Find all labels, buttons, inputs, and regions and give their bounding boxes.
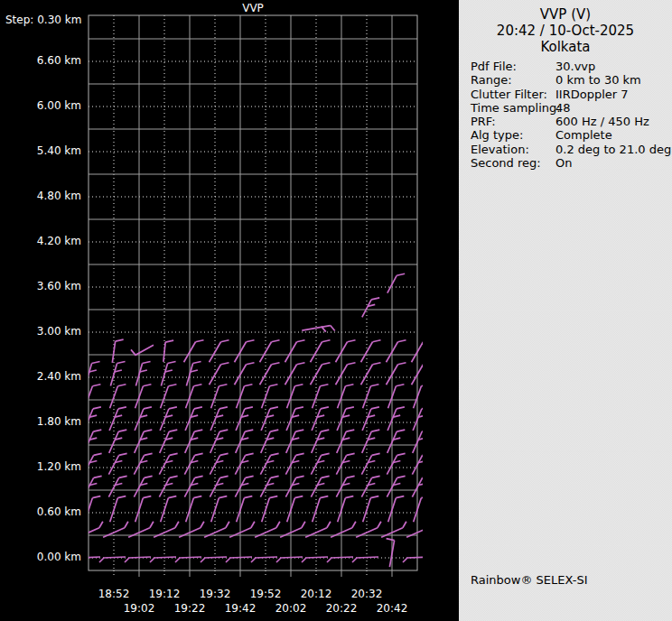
info-row-elevation: Elevation: 0.2 deg to 21.0 deg bbox=[471, 143, 670, 156]
panel-site: Kolkata bbox=[459, 39, 672, 55]
y-axis-label: 1.20 km bbox=[0, 460, 81, 473]
x-axis-label: 20:22 bbox=[314, 602, 369, 615]
wind-profile-pane: Step: 0.30 km VVP 6.60 km6.00 km5.40 km4… bbox=[0, 0, 459, 621]
y-axis-label: 3.00 km bbox=[0, 325, 81, 338]
info-panel: VVP (V) 20:42 / 10-Oct-2025 Kolkata Pdf … bbox=[459, 0, 672, 621]
info-label-elevation: Elevation: bbox=[471, 143, 555, 156]
x-axis-label: 19:52 bbox=[238, 588, 293, 600]
info-value-pdf-file: 30.vvp bbox=[555, 60, 595, 73]
x-axis-label: 18:52 bbox=[87, 588, 141, 600]
step-label: Step: 0.30 km bbox=[5, 14, 81, 26]
y-axis-label: 6.00 km bbox=[0, 99, 81, 112]
info-label-clutter-filter: Clutter Filter: bbox=[471, 88, 555, 101]
x-axis-label: 19:02 bbox=[112, 602, 166, 615]
plot-title: VVP bbox=[89, 2, 417, 14]
y-axis-label: 2.40 km bbox=[0, 370, 81, 383]
y-axis-label: 5.40 km bbox=[0, 144, 81, 157]
wind-barbs-layer bbox=[74, 273, 432, 567]
info-value-clutter-filter: IIRDoppler 7 bbox=[555, 88, 629, 101]
info-row-time-sampling: Time sampling: 48 bbox=[471, 101, 670, 115]
wind-profile-plot[interactable] bbox=[0, 0, 459, 621]
info-row-range: Range: 0 km to 30 km bbox=[471, 73, 670, 87]
info-label-time-sampling: Time sampling: bbox=[471, 101, 555, 115]
info-row-alg-type: Alg type: Complete bbox=[471, 128, 670, 142]
info-value-alg-type: Complete bbox=[555, 128, 612, 142]
info-label-range: Range: bbox=[471, 73, 555, 87]
x-axis-label: 20:42 bbox=[365, 602, 419, 615]
info-value-elevation: 0.2 deg to 21.0 deg bbox=[555, 143, 671, 156]
info-label-pdf-file: Pdf File: bbox=[471, 60, 555, 73]
y-axis-label: 0.00 km bbox=[0, 551, 81, 563]
info-row-second-reg: Second reg: On bbox=[471, 156, 670, 170]
info-value-time-sampling: 48 bbox=[555, 101, 571, 115]
x-axis-label: 19:22 bbox=[163, 602, 217, 615]
info-value-range: 0 km to 30 km bbox=[555, 73, 641, 87]
panel-header: VVP (V) 20:42 / 10-Oct-2025 Kolkata bbox=[459, 6, 672, 55]
y-axis-label: 3.60 km bbox=[0, 280, 81, 292]
info-row-prf: PRF: 600 Hz / 450 Hz bbox=[471, 115, 670, 128]
info-row-clutter-filter: Clutter Filter: IIRDoppler 7 bbox=[471, 88, 670, 101]
y-axis-label: 6.60 km bbox=[0, 54, 81, 67]
brand-label: Rainbow® SELEX-SI bbox=[471, 573, 588, 587]
info-label-alg-type: Alg type: bbox=[471, 128, 555, 142]
info-list: Pdf File: 30.vvp Range: 0 km to 30 km Cl… bbox=[471, 60, 670, 170]
info-value-prf: 600 Hz / 450 Hz bbox=[555, 115, 649, 128]
y-axis-label: 4.20 km bbox=[0, 235, 81, 247]
x-axis-label: 19:12 bbox=[137, 588, 191, 600]
info-row-pdf-file: Pdf File: 30.vvp bbox=[471, 60, 670, 73]
x-axis-label: 20:02 bbox=[264, 602, 318, 615]
info-label-second-reg: Second reg: bbox=[471, 156, 555, 170]
x-axis-label: 20:12 bbox=[289, 588, 343, 600]
y-axis-label: 1.80 km bbox=[0, 415, 81, 428]
x-axis-label: 20:32 bbox=[340, 588, 394, 600]
x-axis-label: 19:32 bbox=[188, 588, 242, 600]
y-axis-label: 0.60 km bbox=[0, 505, 81, 518]
y-axis-label: 4.80 km bbox=[0, 190, 81, 202]
x-axis-label: 19:42 bbox=[213, 602, 267, 615]
info-value-second-reg: On bbox=[555, 156, 572, 170]
panel-datetime: 20:42 / 10-Oct-2025 bbox=[459, 23, 672, 39]
panel-title: VVP (V) bbox=[459, 6, 672, 23]
info-label-prf: PRF: bbox=[471, 115, 555, 128]
